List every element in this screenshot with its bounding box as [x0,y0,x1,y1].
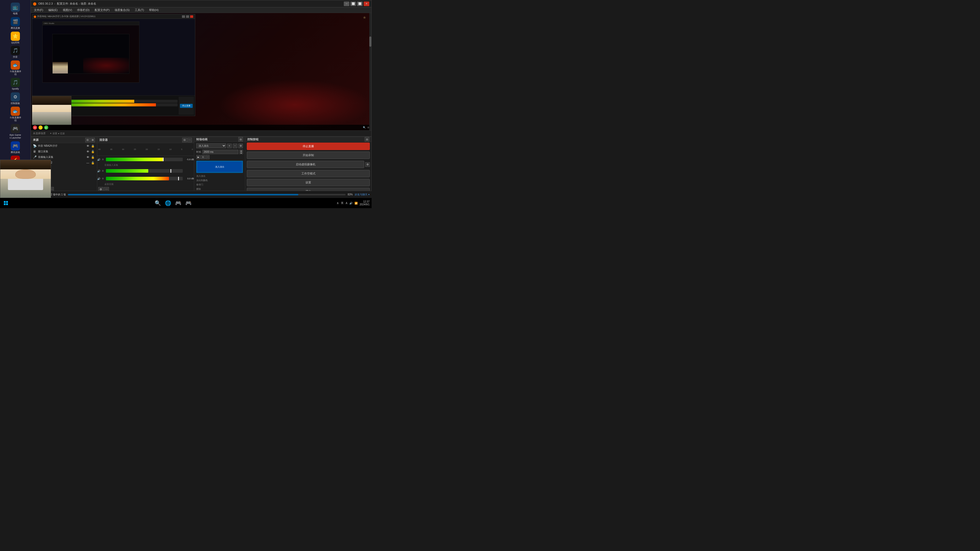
virtual-camera-button[interactable]: 启动虚拟摄像机 [247,161,364,168]
minimize-button[interactable]: ─ [344,2,349,6]
maximize-button[interactable]: ⬜ [350,2,356,6]
transitions-title: 转场动画 [196,138,207,141]
desktop-icon-tencent-live[interactable]: 🎬 腾讯直播 [9,17,22,30]
preview-pause-btn[interactable]: ⏸ [38,125,43,130]
transition-more-btn[interactable]: ⋯ [205,155,210,159]
sources-filter-btn[interactable]: ⊞ [90,138,95,142]
preview-record-btn[interactable]: ● [33,125,37,130]
transition-go-btn[interactable]: ▶ [196,155,200,159]
work-mode-button[interactable]: 工作空模式 [247,170,370,177]
sources-expand-btn[interactable]: ⊟ [85,138,90,142]
menu-help[interactable]: 帮助(H) [147,8,161,13]
track3-db-value: 0.0 dB [184,177,194,180]
taskbar-language-indicator[interactable]: 英 [341,201,344,205]
taskbar-network-icon[interactable]: 📶 [355,202,358,205]
scenes-settings-btn[interactable]: ✦ 设置 [50,132,57,135]
douyu2-icon: 🐟 [11,106,20,116]
friend-chat-btn[interactable]: 好友与聊天 ▾ [355,193,369,197]
duration-down-btn[interactable]: ▼ [239,152,243,154]
start-button[interactable] [2,199,10,207]
transition-type-select[interactable]: 淡入淡出 [196,143,226,148]
transition-copy-btn[interactable]: ⎘ [201,155,205,159]
track3-mute-btn[interactable]: 🔊 [97,177,101,180]
track3-thumb[interactable] [178,177,179,180]
track2-settings-btn[interactable]: ⚙ [102,170,105,172]
desktop-icon-douyu[interactable]: 🐟 斗鱼直播伴侣 [9,60,22,76]
controls-expand-btn[interactable]: ⊟ [365,137,369,141]
douyin-icon: 🎵 [11,46,20,55]
source-visibility-window[interactable]: 👁 [86,149,90,154]
source-douyin-name: 抖音 NBA2K仔仔 [38,144,85,148]
nested-controls: 停止直播 [179,97,194,115]
source-item-audio[interactable]: 🎤 音频输入采集 👁 🔓 [31,154,97,160]
desktop-icon-qqzone[interactable]: ⭐ QQ空间 [9,31,22,44]
taskbar-game-btn[interactable]: 🎮 [174,198,183,208]
camera-shirt [8,179,43,190]
desktop-icon-tv[interactable]: 📺 电视 [9,2,22,16]
taskbar-up-arrow[interactable]: ∧ [337,201,339,205]
desktop-icon-control-panel[interactable]: ⚙ 控制面板 [9,92,22,105]
stop-streaming-button[interactable]: 停止直播 [247,143,370,150]
fullscreen-button[interactable]: ⬜ [357,2,363,6]
transition-remove-btn[interactable]: − [233,144,237,148]
menu-tools[interactable]: 工具(T) [133,8,146,13]
menu-file[interactable]: 文件(F) [32,8,45,13]
transition-add-btn[interactable]: + [227,144,232,148]
source-lock-text[interactable]: 🔓 [91,161,95,165]
taskbar-volume-icon[interactable]: 🔊 [349,202,352,205]
transition-extra-items: 淡入淡出 淡出到颜色 卷帘门 擦除 [196,174,243,191]
preview-play-btn[interactable]: ▶ [44,125,48,130]
track2-mute-btn[interactable]: 🔊 [97,170,101,172]
menu-scene-collection[interactable]: 场景集合(S) [113,8,132,13]
menu-dock[interactable]: 停靠栏(D) [75,8,91,13]
transition-item-1[interactable]: 淡入淡出 [196,174,243,178]
virtual-camera-settings-btn[interactable]: ⚙ [365,162,370,167]
settings-button[interactable]: 设置 [247,179,370,186]
preview-camera-person [32,96,71,125]
transition-item-3[interactable]: 卷帘门 [196,183,243,187]
track1-settings-btn[interactable]: ⚙ [102,158,105,161]
track2-thumb[interactable] [170,169,171,173]
track1-mute-btn[interactable]: 🔊 [97,158,101,161]
taskbar-search-btn[interactable]: 🔍 [153,198,162,208]
mixer-expand-btn[interactable]: ⊟ [182,138,187,142]
source-lock-douyin[interactable]: 🔒 [91,144,95,148]
scenes-filter-btn[interactable]: ▸ 过滤 [58,132,65,135]
source-lock-window[interactable]: 🔓 [91,149,95,154]
preview-scrollbar[interactable] [369,13,371,130]
menu-edit[interactable]: 编辑(E) [46,8,60,13]
transitions-expand-btn[interactable]: ⊟ [239,137,243,141]
track3-settings-btn[interactable]: ⚙ [102,177,105,180]
mixer-settings-btn[interactable]: ⋯ [187,138,192,142]
source-item-window[interactable]: 🖥 窗口采集 👁 🔓 [31,149,97,154]
source-visibility-douyin[interactable]: 👁 [86,144,90,148]
source-visibility-audio[interactable]: 👁 [86,155,90,159]
start-recording-button[interactable]: 开始录制 [247,151,370,159]
taskbar-steam-btn[interactable]: 🎮 [184,198,193,208]
source-visibility-text[interactable]: — [86,161,90,165]
desktop-icon-epic[interactable]: 🎮 Epic Games Launcher [9,124,22,140]
taskbar-clock[interactable]: 12:37 2024/9/1 [360,200,369,206]
transition-item-2[interactable]: 淡出到颜色 [196,178,243,183]
nested-obs-logo: ⬤ [34,15,36,18]
duration-up-btn[interactable]: ▲ [239,150,243,152]
desktop-icon-douyin[interactable]: 🎵 抖音 [9,45,22,59]
close-button[interactable]: ✕ [364,2,369,6]
track2-fill [106,169,148,173]
source-lock-audio[interactable]: 🔓 [91,155,95,159]
menu-view[interactable]: 视图(V) [61,8,74,13]
menu-profile[interactable]: 配置文件(P) [93,8,112,13]
desktop-icon-spotify[interactable]: 🎵 Spotify [9,77,22,91]
source-item-douyin[interactable]: 📡 抖音 NBA2K仔仔 👁 🔒 [31,143,97,149]
transition-duration-input[interactable] [202,150,239,154]
taskbar-ime-indicator[interactable]: A [345,202,347,205]
desktop-icon-tencent-game[interactable]: 🎮 腾讯游戏 [9,141,22,154]
transition-settings-btn[interactable]: ⚙ [239,144,243,148]
desktop-icon-douyu2[interactable]: 🐟 斗鱼直播伴侣 [9,106,22,122]
preview-scrollbar-thumb[interactable] [369,37,371,47]
taskbar-chrome-btn[interactable]: 🌐 [164,198,173,208]
track1-thumb[interactable] [163,158,164,161]
db-25: 25 [134,148,136,151]
douyu-label: 斗鱼直播伴侣 [9,70,21,76]
obs-titlebar: ⬤ OBS 30.2.3 - 配置文件: 未命名 - 场景: 未命名 ─ ⬜ ⬜… [31,0,371,7]
